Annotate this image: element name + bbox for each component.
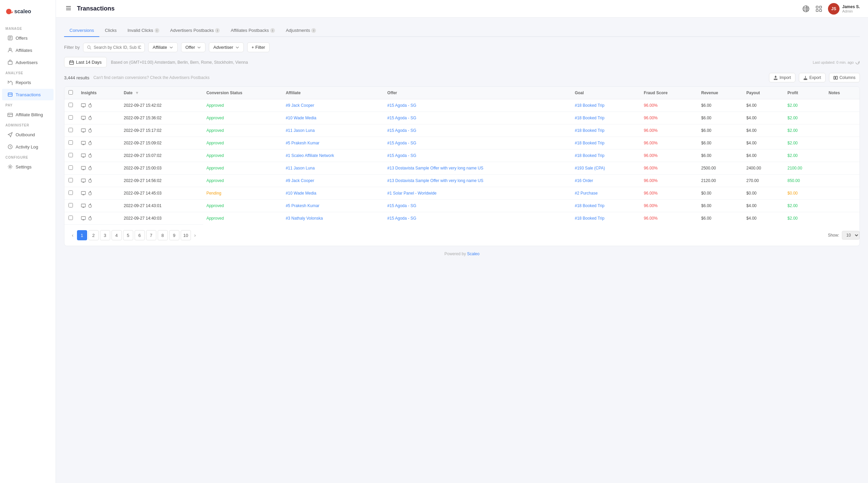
- show-select[interactable]: 10 25 50: [842, 231, 860, 240]
- tab-conversions[interactable]: Conversions: [64, 24, 99, 37]
- page-button-4[interactable]: 4: [112, 230, 122, 240]
- select-all-checkbox[interactable]: [68, 90, 73, 95]
- refresh-icon[interactable]: [855, 60, 860, 65]
- row-insights: [77, 187, 120, 200]
- row-checkbox[interactable]: [64, 149, 77, 162]
- row-payout: 2400.00: [742, 162, 783, 175]
- row-insights: [77, 124, 120, 137]
- row-goal: #2 Purchase: [571, 187, 640, 200]
- tab-clicks[interactable]: Clicks: [99, 24, 122, 37]
- sidebar-item-affiliates[interactable]: Affiliates: [2, 44, 54, 56]
- page-button-1[interactable]: 1: [77, 230, 87, 240]
- search-input[interactable]: [94, 45, 141, 50]
- row-status: Approved: [202, 99, 282, 112]
- page-button-8[interactable]: 8: [158, 230, 168, 240]
- monitor-icon: [81, 153, 86, 158]
- row-checkbox[interactable]: [64, 124, 77, 137]
- footer-brand-link[interactable]: Scaleo: [467, 251, 480, 256]
- svg-rect-11: [820, 6, 822, 8]
- advertiser-filter-dropdown[interactable]: Advertiser: [209, 42, 244, 52]
- row-revenue: $6.00: [697, 200, 742, 212]
- sidebar-item-outbound[interactable]: Outbound: [2, 129, 54, 140]
- page-button-7[interactable]: 7: [146, 230, 156, 240]
- row-offer: #15 Agoda - SG: [383, 137, 571, 149]
- page-button-5[interactable]: 5: [123, 230, 133, 240]
- svg-rect-25: [81, 192, 85, 195]
- columns-icon: [833, 76, 838, 80]
- sidebar-item-offers-label: Offers: [16, 36, 27, 41]
- row-checkbox[interactable]: [64, 112, 77, 124]
- sidebar-item-settings-label: Settings: [16, 164, 32, 169]
- sidebar-item-activity-log[interactable]: Activity Log: [2, 141, 54, 153]
- page-button-6[interactable]: 6: [135, 230, 145, 240]
- header-date[interactable]: Date ▼: [120, 87, 202, 99]
- svg-rect-6: [8, 113, 13, 117]
- page-button-3[interactable]: 3: [100, 230, 110, 240]
- download-icon: [803, 76, 808, 80]
- import-button[interactable]: Import: [769, 73, 795, 82]
- date-range-button[interactable]: Last 14 Days: [64, 57, 107, 67]
- row-fraud-score: 96.00%: [640, 212, 697, 225]
- sidebar-item-affiliate-billing[interactable]: Affiliate Billing: [2, 109, 54, 120]
- page-button-10[interactable]: 10: [181, 230, 191, 240]
- results-count: 3,444 results: [64, 75, 89, 80]
- row-profit: $2.00: [783, 112, 824, 124]
- row-goal: #18 Booked Trip: [571, 200, 640, 212]
- grid-icon[interactable]: [815, 5, 823, 13]
- row-profit: 850.00: [783, 175, 824, 187]
- export-button[interactable]: Export: [799, 73, 826, 82]
- sidebar-item-reports[interactable]: Reports: [2, 77, 54, 88]
- row-checkbox[interactable]: [64, 162, 77, 175]
- footer-text: Powered by: [445, 251, 466, 256]
- row-notes: [825, 99, 860, 112]
- logo[interactable]: scaleo: [0, 4, 56, 24]
- offer-filter-dropdown[interactable]: Offer: [181, 42, 206, 52]
- globe-icon[interactable]: [802, 5, 810, 13]
- user-section[interactable]: JS James S. Admin: [828, 3, 860, 15]
- sidebar-item-advertisers[interactable]: Advertisers: [2, 57, 54, 68]
- row-affiliate: #11 Jason Luna: [282, 162, 383, 175]
- sidebar-section-pay: PAY: [0, 101, 56, 108]
- svg-text:scaleo: scaleo: [14, 8, 31, 14]
- footer: Powered by Scaleo: [64, 246, 860, 262]
- chevron-down-icon: [235, 45, 239, 49]
- row-checkbox[interactable]: [64, 212, 77, 225]
- row-checkbox[interactable]: [64, 137, 77, 149]
- next-page-button[interactable]: ›: [192, 231, 198, 239]
- row-profit: $2.00: [783, 212, 824, 225]
- row-fraud-score: 96.00%: [640, 187, 697, 200]
- row-date: 2022-09-27 14:40:03: [120, 212, 202, 225]
- affiliate-filter-dropdown[interactable]: Affiliate: [148, 42, 177, 52]
- tab-info-icon: i: [155, 28, 159, 33]
- columns-button[interactable]: Columns: [829, 73, 860, 82]
- tab-invalid-clicks[interactable]: Invalid Clicks i: [122, 24, 165, 37]
- tab-adjustments[interactable]: Adjustments i: [280, 24, 322, 37]
- sidebar-item-transactions[interactable]: Transactions: [2, 89, 54, 100]
- tab-advertisers-postbacks[interactable]: Advertisers Postbacks i: [165, 24, 225, 37]
- page-button-2[interactable]: 2: [88, 230, 99, 240]
- row-offer: #13 Dostavista Sample Offer with very lo…: [383, 175, 571, 187]
- search-box[interactable]: [83, 43, 145, 52]
- row-checkbox[interactable]: [64, 99, 77, 112]
- apple-icon: [87, 216, 92, 221]
- row-notes: [825, 124, 860, 137]
- tab-affiliates-postbacks[interactable]: Affiliates Postbacks i: [225, 24, 280, 37]
- sidebar-item-offers[interactable]: Offers: [2, 32, 54, 44]
- row-checkbox[interactable]: [64, 175, 77, 187]
- header-checkbox[interactable]: [64, 87, 77, 99]
- row-payout: $4.00: [742, 124, 783, 137]
- main-content: Transactions JS James S. Admin Conversio…: [56, 0, 868, 483]
- svg-rect-22: [81, 154, 85, 157]
- page-button-9[interactable]: 9: [169, 230, 179, 240]
- tab-info-icon: i: [270, 28, 275, 33]
- prev-page-button[interactable]: ‹: [70, 231, 76, 239]
- sidebar-toggle-button[interactable]: [64, 4, 73, 14]
- add-filter-button[interactable]: + Filter: [247, 42, 270, 52]
- row-checkbox[interactable]: [64, 187, 77, 200]
- row-fraud-score: 96.00%: [640, 137, 697, 149]
- sidebar-item-settings[interactable]: Settings: [2, 161, 54, 173]
- row-checkbox[interactable]: [64, 200, 77, 212]
- row-revenue: 2120.00: [697, 175, 742, 187]
- row-affiliate: #5 Prakesh Kumar: [282, 200, 383, 212]
- row-affiliate: #3 Nathaly Volonska: [282, 212, 383, 225]
